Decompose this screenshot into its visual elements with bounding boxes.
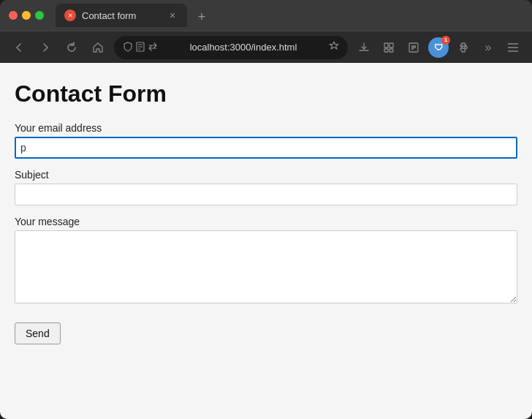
tab-title-label: Contact form: [82, 10, 161, 21]
reader-mode-icon[interactable]: [403, 37, 424, 58]
download-icon[interactable]: [354, 37, 374, 58]
subject-input[interactable]: [15, 184, 517, 205]
email-label: Your email address: [15, 122, 517, 134]
home-button[interactable]: [88, 37, 108, 58]
message-label: Your message: [15, 216, 517, 227]
message-textarea[interactable]: [15, 230, 517, 303]
reload-button[interactable]: [61, 37, 82, 58]
nav-actions: 🛡 1 »: [354, 37, 523, 58]
page-content: Contact Form Your email address Subject …: [0, 63, 532, 419]
svg-rect-4: [384, 43, 388, 48]
send-button[interactable]: Send: [15, 322, 61, 344]
navigation-bar: localhost:3000/index.html: [0, 31, 532, 63]
svg-rect-6: [384, 49, 388, 52]
subject-label: Subject: [15, 169, 517, 181]
transfer-icon: [148, 42, 158, 53]
email-input[interactable]: [15, 137, 517, 159]
tab-close-icon[interactable]: ×: [167, 10, 178, 21]
message-form-group: Your message: [15, 216, 517, 306]
traffic-lights: [9, 11, 44, 20]
subject-form-group: Subject: [15, 169, 517, 205]
extensions-badge: 1: [441, 36, 450, 45]
email-form-group: Your email address: [15, 122, 517, 159]
address-text[interactable]: localhost:3000/index.html: [164, 42, 323, 53]
bookmark-icon[interactable]: [329, 41, 339, 53]
extensions-icon[interactable]: 🛡 1: [428, 37, 449, 58]
svg-rect-5: [390, 43, 393, 48]
hamburger-menu-icon[interactable]: [503, 37, 523, 58]
title-bar: Contact form × +: [0, 0, 532, 31]
maximize-button[interactable]: [35, 11, 44, 20]
bookmarks-icon[interactable]: [379, 37, 399, 58]
tab-favicon-icon: [64, 10, 76, 21]
page-icon: [136, 42, 145, 53]
more-tools-icon[interactable]: »: [478, 37, 498, 58]
active-tab[interactable]: Contact form ×: [56, 4, 187, 27]
puzzle-icon[interactable]: [453, 37, 474, 58]
address-security-icons: [123, 42, 158, 53]
address-bar[interactable]: localhost:3000/index.html: [114, 36, 348, 59]
shield-icon: [123, 42, 133, 53]
back-button[interactable]: [9, 37, 29, 58]
forward-button[interactable]: [35, 37, 56, 58]
minimize-button[interactable]: [22, 11, 31, 20]
close-button[interactable]: [9, 11, 18, 20]
page-heading: Contact Form: [15, 80, 517, 107]
new-tab-button[interactable]: +: [191, 7, 212, 27]
svg-rect-7: [390, 49, 393, 52]
browser-window: Contact form × +: [0, 0, 532, 419]
tabs-area: Contact form × +: [56, 4, 523, 27]
